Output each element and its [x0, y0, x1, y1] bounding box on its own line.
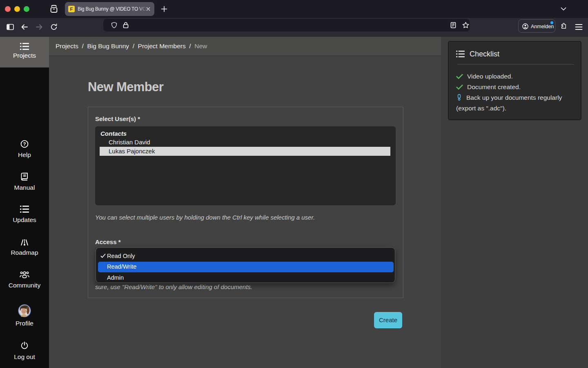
svg-text:?: ? [23, 141, 26, 146]
